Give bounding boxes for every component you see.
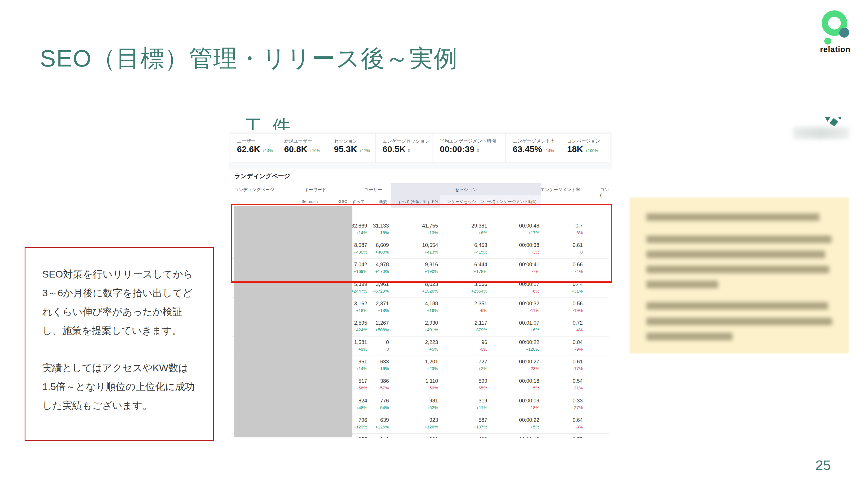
cut-column-cell <box>585 414 607 433</box>
data-cell: 727+2% <box>440 356 489 375</box>
blurred-text-line <box>646 236 832 243</box>
blurred-text-line <box>646 281 718 288</box>
data-cell: 2,223+5% <box>391 336 440 356</box>
note-paragraph: SEO対策を行いリリースしてから3～6か月後に数字を拾い出してどれくらい伸び率が… <box>42 265 198 340</box>
data-cell: 824+48% <box>349 395 369 414</box>
cut-column-cell <box>585 395 607 414</box>
data-cell: 923+126% <box>391 414 440 433</box>
metric-4: エンゲージセッション60.5K0 <box>375 134 433 162</box>
metric-value: 18K <box>567 144 583 154</box>
metric-delta: +100% <box>585 148 598 153</box>
metric-value: 00:00:39 <box>440 144 474 154</box>
data-cell: 633+16% <box>369 356 391 375</box>
blurred-text-line <box>646 333 733 340</box>
table-section-title: ランディングページ <box>235 172 290 180</box>
metric-label: コンバージョン <box>567 138 611 144</box>
metric-value: 60.8K <box>284 144 307 154</box>
subcol-users-all: すべて <box>341 199 365 204</box>
data-cell: 776+54% <box>369 395 391 414</box>
data-cell: 846+100% <box>369 434 391 438</box>
blurred-smudge <box>793 127 849 139</box>
cropped-glyph-fragment <box>825 118 830 122</box>
data-cell: 4,188+16% <box>391 298 440 317</box>
page-title: SEO（目標）管理・リリース後～実例 <box>40 43 458 74</box>
blurred-text-line <box>646 251 825 258</box>
col-engagement-rate: エンゲージメント率 <box>538 187 580 193</box>
metric-label: セッション <box>334 138 375 144</box>
data-cell: 2,267+508% <box>369 317 391 336</box>
data-cell: 981+52% <box>391 395 440 414</box>
data-cell: 0.64-8% <box>541 414 585 433</box>
cut-column-cell <box>585 317 607 336</box>
data-cell: 951+14% <box>349 356 369 375</box>
data-cell: 3,162+18% <box>349 298 369 317</box>
data-cell: 855+100% <box>349 434 369 438</box>
cut-column-cell <box>585 336 607 356</box>
data-cell: 0.56-19% <box>541 298 585 317</box>
col-sessions: セッション <box>391 187 541 193</box>
blurred-text-line <box>646 266 829 273</box>
metric-2: 新規ユーザー60.8K+16% <box>277 134 327 162</box>
page-number: 25 <box>815 457 831 473</box>
data-cell: 00:00:22+120% <box>489 336 541 356</box>
logo-teal-circle-icon <box>839 28 849 38</box>
data-cell: 319+11% <box>440 395 489 414</box>
data-cell: 0.72-4% <box>541 317 585 336</box>
slide: { "slide": { "title": "SEO（目標）管理・リリース後～実… <box>0 0 868 488</box>
subcol-sessions-all: すべて (全体に対する% <box>391 199 438 204</box>
data-cell: 00:00:09-18% <box>489 395 541 414</box>
subcol-semrush: Semrush <box>292 199 327 204</box>
cut-column-cell <box>585 434 607 438</box>
data-cell: 0.04-9% <box>541 336 585 356</box>
data-cell: 00:00:32-11% <box>489 298 541 317</box>
metric-label: 新規ユーザー <box>284 138 327 144</box>
metric-value: 62.6K <box>237 144 260 154</box>
data-cell: 00 <box>369 336 391 356</box>
data-cell: 1,110-50% <box>391 375 440 394</box>
data-cell: 1,581+9% <box>349 336 369 356</box>
data-cell: 00:00:18+100% <box>489 434 541 438</box>
data-cell: 599-65% <box>440 375 489 394</box>
data-cell: 00:00:27-23% <box>489 356 541 375</box>
metric-delta: -14% <box>545 148 554 153</box>
subcol-users-new: 新規 <box>367 199 387 204</box>
metric-7: コンバージョン18K+100% <box>560 134 611 162</box>
metric-1: ユーザー62.6K+14% <box>230 134 277 162</box>
data-cell: 0.33-27% <box>541 395 585 414</box>
data-cell: 2,117+379% <box>440 317 489 336</box>
note-paragraph: 実績としてはアクセスやKW数は1.5倍～となり順位の上位化に成功した実績もござい… <box>42 358 198 415</box>
data-cell: 0.61-17% <box>541 356 585 375</box>
data-cell: 00:01:07+6% <box>489 317 541 336</box>
data-cell: 0.55+100% <box>541 434 585 438</box>
metric-label: エンゲージセッション <box>382 138 433 144</box>
col-landing-page: ランディングページ <box>235 187 274 193</box>
data-cell: 96-5% <box>440 336 489 356</box>
metric-delta: 0 <box>477 148 479 153</box>
logo-small-dot-icon <box>824 38 831 44</box>
data-cell: 00:00:22+5% <box>489 414 541 433</box>
col-conversions-cut: コン ( <box>600 187 609 197</box>
metric-value: 63.45% <box>513 144 542 154</box>
blurred-text-line <box>646 214 819 221</box>
metric-6: エンゲージメント率63.45%-14% <box>505 134 560 162</box>
data-cell: 2,371+18% <box>369 298 391 317</box>
cut-column-cell <box>585 298 607 317</box>
metric-3: セッション95.3K+17% <box>327 134 375 162</box>
data-cell: 2,930+401% <box>391 317 440 336</box>
metric-delta: +14% <box>262 148 273 153</box>
metric-value: 60.5K <box>382 144 406 154</box>
data-cell: 517-56% <box>349 375 369 394</box>
blurred-text-line <box>646 302 828 310</box>
cut-column-cell <box>585 375 607 394</box>
data-cell: 796+129% <box>349 414 369 433</box>
metric-delta: 0 <box>408 148 410 153</box>
data-cell: 00:00:18-5% <box>489 375 541 394</box>
metrics-card: ユーザー62.6K+14%新規ユーザー60.8K+16%セッション95.3K+1… <box>230 134 611 162</box>
data-cell: 1,201+23% <box>391 356 440 375</box>
metric-label: ユーザー <box>237 138 277 144</box>
metric-delta: +17% <box>359 148 370 153</box>
cropped-glyph-fragment <box>830 118 838 127</box>
blurred-text-line <box>646 318 832 325</box>
data-cell: 0.54-31% <box>541 375 585 394</box>
metric-delta: +16% <box>310 148 320 153</box>
